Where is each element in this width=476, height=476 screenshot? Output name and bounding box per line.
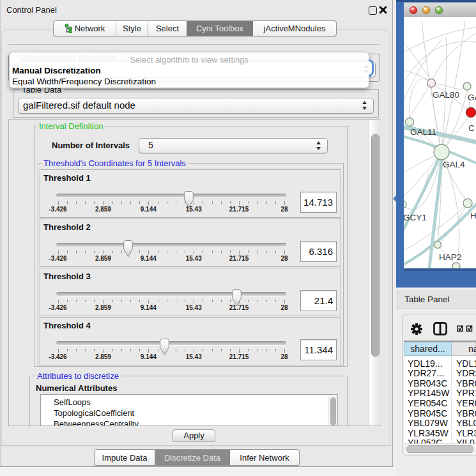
svg-text:H: H — [470, 211, 476, 220]
svg-text:HAP2: HAP2 — [439, 252, 461, 262]
svg-text:GAL11: GAL11 — [410, 127, 436, 137]
svg-text:GCY1: GCY1 — [404, 213, 427, 222]
svg-text:GA: GA — [468, 93, 476, 102]
svg-text:C: C — [468, 123, 475, 133]
svg-text:GAL80: GAL80 — [433, 90, 459, 100]
svg-text:GAL4: GAL4 — [443, 160, 465, 169]
